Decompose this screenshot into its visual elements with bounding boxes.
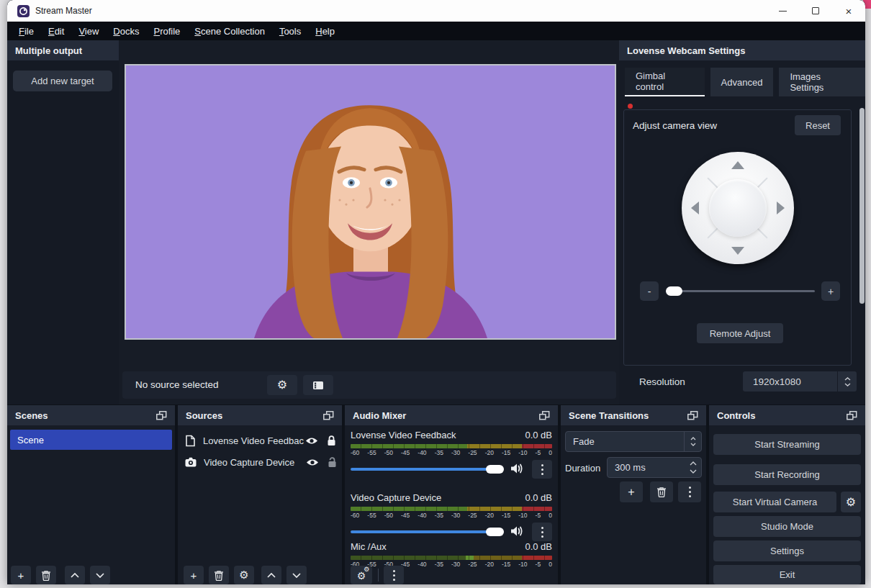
audio-mixer-header: Audio Mixer (345, 405, 558, 425)
advanced-audio-properties-button[interactable]: ⚙ ⚙ (351, 566, 372, 584)
transition-properties-button[interactable] (678, 481, 701, 502)
chevron-down-icon (292, 573, 301, 578)
start-recording-button[interactable]: Start Recording (713, 464, 861, 485)
meter-ticks: -60-55-50-45-40-35-30-25-20-15-10-50 (351, 561, 552, 568)
remove-transition-button[interactable] (650, 481, 673, 502)
source-filters-button[interactable] (303, 375, 333, 395)
menu-help[interactable]: Help (308, 26, 342, 37)
move-source-down-button[interactable] (286, 566, 307, 584)
source-name: Lovense Video Feedback (203, 435, 304, 446)
multiple-output-title: Multiple output (15, 45, 82, 56)
menu-docks[interactable]: Docks (106, 26, 146, 37)
source-properties-button[interactable]: ⚙ (234, 566, 254, 584)
popout-dock-icon (323, 411, 334, 420)
mixer-menu-button[interactable] (384, 566, 404, 584)
source-row-lovense[interactable]: Lovense Video Feedback (185, 432, 338, 449)
menu-scene-collection[interactable]: Scene Collection (187, 26, 272, 37)
source-status-text: No source selected (135, 379, 219, 390)
kebab-menu-icon (689, 487, 691, 497)
visibility-toggle[interactable] (305, 436, 318, 445)
minimize-icon (779, 11, 787, 12)
dpad-up-arrow-icon[interactable] (731, 161, 744, 169)
mute-toggle[interactable] (510, 463, 524, 474)
zoom-out-button[interactable]: - (640, 281, 659, 301)
resolution-select[interactable]: 1920x1080 (743, 371, 837, 392)
transition-spinner[interactable] (684, 432, 701, 451)
visibility-toggle[interactable] (306, 458, 319, 467)
mixer-options-button[interactable] (532, 460, 552, 479)
menu-tools[interactable]: Tools (272, 26, 308, 37)
source-row-video-capture[interactable]: Video Capture Device (185, 453, 338, 471)
remove-source-button[interactable] (209, 566, 229, 584)
mixer-name: Lovense Video Feedback (351, 430, 456, 441)
start-virtual-camera-button[interactable]: Start Virtual Camera (713, 492, 836, 512)
scenes-panel: Scenes Scene + (7, 405, 175, 584)
maximize-button[interactable] (799, 0, 832, 22)
lock-toggle[interactable] (327, 435, 336, 446)
add-new-target-button[interactable]: Add new target (13, 71, 112, 91)
volume-meter (351, 444, 552, 448)
exit-button[interactable]: Exit (713, 565, 861, 584)
tab-images-settings[interactable]: Images Settings (779, 68, 865, 96)
volume-slider-track[interactable] (351, 468, 503, 471)
source-properties-button[interactable]: ⚙ (267, 375, 297, 395)
remove-scene-button[interactable] (36, 566, 56, 584)
plus-icon: + (18, 569, 24, 582)
menu-profile[interactable]: Profile (146, 26, 187, 37)
move-scene-up-button[interactable] (65, 566, 85, 584)
add-source-button[interactable]: + (184, 566, 204, 584)
tab-gimbal-control[interactable]: Gimbal control (625, 68, 705, 96)
menu-edit[interactable]: Edit (41, 26, 71, 37)
volume-meter (351, 556, 552, 560)
dpad-right-arrow-icon[interactable] (777, 202, 785, 214)
scene-transitions-header: Scene Transitions (561, 405, 706, 425)
gimbal-dpad[interactable] (682, 152, 794, 264)
add-transition-button[interactable]: + (620, 481, 643, 502)
zoom-slider-track[interactable] (666, 290, 815, 292)
duration-spinner[interactable]: 300 ms (607, 457, 702, 478)
close-icon: × (846, 5, 852, 17)
zoom-slider-thumb[interactable] (666, 286, 682, 296)
zoom-in-button[interactable]: + (821, 281, 840, 301)
dpad-left-arrow-icon[interactable] (691, 202, 699, 214)
remote-adjust-button[interactable]: Remote Adjust (697, 323, 783, 343)
move-scene-down-button[interactable] (90, 566, 110, 584)
sources-title: Sources (186, 410, 222, 421)
chevron-down-icon (690, 443, 696, 446)
panel-scrollbar[interactable] (859, 108, 865, 304)
dpad-center-knob[interactable] (709, 179, 767, 237)
menu-view[interactable]: View (71, 26, 106, 37)
move-source-up-button[interactable] (261, 566, 281, 584)
lock-open-icon (328, 457, 337, 468)
multiple-output-header: Multiple output (7, 40, 119, 60)
duration-value: 300 ms (615, 462, 646, 473)
add-scene-button[interactable]: + (11, 566, 31, 584)
reset-button[interactable]: Reset (795, 115, 841, 135)
studio-mode-button[interactable]: Studio Mode (713, 516, 861, 537)
virtual-camera-settings-button[interactable]: ⚙ (841, 492, 861, 512)
app-logo-icon (17, 5, 30, 17)
transition-select[interactable]: Fade (565, 431, 702, 452)
scene-list-item[interactable]: Scene (10, 430, 172, 450)
video-preview[interactable] (125, 64, 616, 340)
dpad-down-arrow-icon[interactable] (731, 247, 744, 255)
close-button[interactable]: × (832, 0, 865, 22)
meter-ticks: -60-55-50-45-40-35-30-25-20-15-10-50 (351, 512, 552, 519)
mute-toggle[interactable] (510, 525, 524, 537)
settings-button[interactable]: Settings (713, 540, 861, 561)
menu-file[interactable]: File (12, 26, 41, 37)
gear-icon: ⚙ (277, 379, 287, 391)
volume-slider-track[interactable] (351, 530, 503, 533)
start-streaming-button[interactable]: Start Streaming (713, 434, 861, 455)
volume-slider-thumb[interactable] (486, 465, 504, 474)
chevron-up-icon (267, 573, 276, 578)
speaker-icon (510, 525, 524, 537)
tab-advanced[interactable]: Advanced (710, 68, 774, 96)
mixer-options-button[interactable] (532, 523, 552, 541)
meter-ticks: -60-55-50-45-40-35-30-25-20-15-10-50 (351, 449, 552, 456)
resolution-spinner[interactable] (838, 371, 857, 392)
volume-slider-thumb[interactable] (486, 528, 504, 536)
kebab-menu-icon (393, 570, 395, 581)
minimize-button[interactable] (766, 0, 799, 22)
lock-toggle[interactable] (328, 457, 337, 468)
